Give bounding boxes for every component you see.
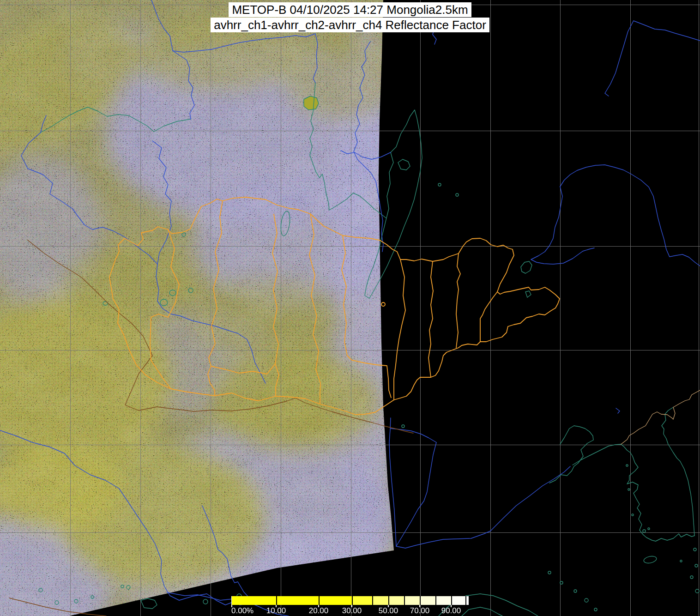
product-title-line-1: METOP-B 04/10/2025 14:27 Mongolia2.5km	[229, 2, 471, 17]
color-scale-segment-10-20	[277, 596, 319, 605]
color-scale-segment-50-60	[389, 596, 404, 605]
color-scale-label-10.00: 10.00	[266, 607, 286, 615]
color-scale-divider	[388, 596, 389, 605]
product-title: METOP-B 04/10/2025 14:27 Mongolia2.5km a…	[0, 2, 700, 33]
color-scale-segment-70-80	[420, 596, 436, 605]
color-scale-segment-90-100	[452, 596, 465, 605]
color-scale-label-50.00: 50.00	[379, 607, 398, 615]
color-scale-label-0.00%: 0.00%	[231, 607, 253, 615]
color-scale-segment-20-30	[319, 596, 352, 605]
product-title-line-2: avhrr_ch1-avhrr_ch2-avhrr_ch4 Reflectanc…	[211, 18, 489, 32]
color-scale-divider	[372, 596, 373, 605]
lake-reservoir	[304, 96, 319, 110]
color-scale: 0.00%10.0020.0030.0050.0070.0090.00	[231, 596, 472, 616]
color-scale-divider	[319, 596, 320, 605]
color-scale-divider	[451, 596, 452, 605]
color-scale-segment-40-50	[373, 596, 389, 605]
color-scale-divider	[276, 596, 277, 605]
color-scale-label-90.00: 90.00	[441, 607, 461, 615]
map-canvas: METOP-B 04/10/2025 14:27 Mongolia2.5km a…	[0, 0, 700, 616]
color-scale-bar	[231, 596, 468, 605]
color-scale-segment-30-40	[352, 596, 373, 605]
color-scale-divider	[420, 596, 421, 605]
color-scale-label-70.00: 70.00	[410, 607, 430, 615]
color-scale-divider	[404, 596, 405, 605]
color-scale-segment-80-90	[436, 596, 452, 605]
color-scale-label-20.00: 20.00	[309, 607, 329, 615]
color-scale-divider	[435, 596, 436, 605]
color-scale-end-cap	[466, 596, 469, 605]
color-scale-label-30.00: 30.00	[342, 607, 362, 615]
color-scale-segment-60-70	[404, 596, 420, 605]
color-scale-divider	[352, 596, 353, 605]
color-scale-segment-0-10	[232, 596, 277, 605]
map-image	[0, 0, 700, 616]
